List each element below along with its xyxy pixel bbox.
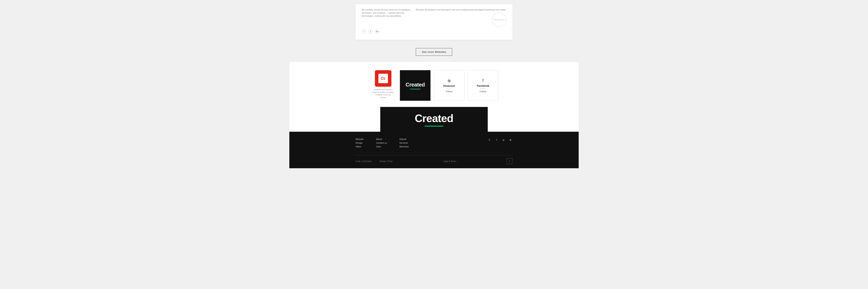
see-more-button[interactable]: See more Websites — [416, 48, 452, 56]
footer-bottom: Code: JustCoded Design: Triner Legal & T… — [355, 155, 513, 164]
footer-link-website[interactable]: Website — [355, 138, 364, 140]
footer-credits: Code: JustCoded Design: Triner — [355, 160, 393, 162]
pinterest-name: Pinterest — [443, 84, 455, 87]
footer-col-about: About Contact us Jobs — [376, 138, 387, 148]
adobe-desc: Students and Teachers save up to 60% on … — [373, 88, 394, 99]
adobe-desc-line4: Canva. — [380, 97, 386, 99]
top-section: We carefully provide the best resources … — [289, 0, 579, 46]
footer-design-credit: Design: Triner — [380, 160, 393, 162]
footer-social-icons: 𝕏 f ◎ ⊕ — [487, 138, 513, 142]
created-banner-underline — [425, 126, 443, 127]
footer-links-row: Website Design Video About Contact us Jo… — [355, 138, 409, 148]
circular-badge-text: start your journey — [494, 19, 505, 21]
twitter-footer-icon[interactable]: 𝕏 — [487, 138, 492, 142]
created-banner-text: Created — [415, 112, 454, 124]
footer-link-advertise[interactable]: Advertise — [399, 145, 409, 148]
footer-col-submit: Submit Services Advertise — [399, 138, 409, 148]
footer-link-design[interactable]: Design — [355, 142, 364, 144]
page-wrapper: We carefully provide the best resources … — [289, 0, 579, 168]
adobe-desc-line3: Creative Cloud via — [375, 94, 391, 96]
see-more-section: See more Websites — [289, 46, 579, 62]
adobe-desc-line2: save up to 60% on Adobe — [373, 91, 394, 93]
pinterest-icon: ⊕ — [447, 78, 451, 83]
facebook-follow: Follow — [480, 90, 486, 93]
footer-link-jobs[interactable]: Jobs — [376, 145, 387, 148]
pinterest-divider — [446, 89, 452, 89]
adobe-card[interactable]: Cc Students and Teachers save up to 60% … — [370, 70, 397, 99]
footer-top-row: Website Design Video About Contact us Jo… — [355, 138, 513, 152]
created-banner[interactable]: Created — [380, 107, 488, 132]
facebook-footer-icon[interactable]: f — [494, 138, 498, 142]
adobe-cc-icon: Cc — [378, 74, 388, 83]
footer-link-contact[interactable]: Contact us — [376, 142, 387, 144]
footer-inner: Website Design Video About Contact us Jo… — [355, 138, 513, 164]
footer-link-about[interactable]: About — [376, 138, 387, 140]
footer-link-submit[interactable]: Submit — [399, 138, 409, 140]
facebook-card[interactable]: f Facebook Follow — [468, 70, 498, 101]
cards-row: Cc Students and Teachers save up to 60% … — [298, 70, 570, 107]
top-card-left-text: We carefully provide the best resources … — [362, 8, 412, 17]
pinterest-footer-icon[interactable]: ⊕ — [508, 138, 513, 142]
footer-legal-link[interactable]: Legal & Terms — [443, 160, 456, 162]
created-card-underline — [410, 89, 421, 89]
facebook-name: Facebook — [477, 84, 489, 87]
footer-code-credit: Code: JustCoded — [355, 160, 371, 162]
social-icons-top: f 𝕏 Be — [362, 29, 506, 34]
footer-col-website: Website Design Video — [355, 138, 364, 148]
created-card-text: Created — [405, 81, 425, 88]
footer-link-services[interactable]: Services — [399, 142, 409, 144]
footer: Website Design Video About Contact us Jo… — [289, 132, 579, 168]
twitter-top-icon[interactable]: 𝕏 — [368, 29, 373, 34]
facebook-icon: f — [483, 78, 484, 83]
adobe-desc-line1: Students and Teachers — [374, 88, 393, 91]
facebook-divider — [480, 88, 486, 89]
pinterest-card[interactable]: ⊕ Pinterest Follow — [434, 70, 464, 101]
circular-badge: start your journey — [492, 12, 506, 27]
main-content: Cc Students and Teachers save up to 60% … — [289, 62, 579, 132]
pinterest-follow: Follow — [446, 90, 453, 93]
instagram-footer-icon[interactable]: ◎ — [501, 138, 505, 142]
facebook-top-icon[interactable]: f — [362, 29, 366, 34]
top-card-right-text: We place all designers and developers wh… — [416, 8, 506, 11]
footer-link-video[interactable]: Video — [355, 145, 364, 148]
top-card-right-block: We place all designers and developers wh… — [416, 8, 506, 27]
top-card: We carefully provide the best resources … — [355, 4, 513, 40]
adobe-logo-box: Cc — [375, 70, 392, 87]
back-to-top-icon: ↑ — [509, 159, 510, 163]
banner-wrapper: Created — [298, 107, 570, 132]
back-to-top-button[interactable]: ↑ — [507, 158, 513, 164]
created-black-card[interactable]: Created — [400, 70, 431, 101]
behance-top-icon[interactable]: Be — [375, 29, 379, 34]
